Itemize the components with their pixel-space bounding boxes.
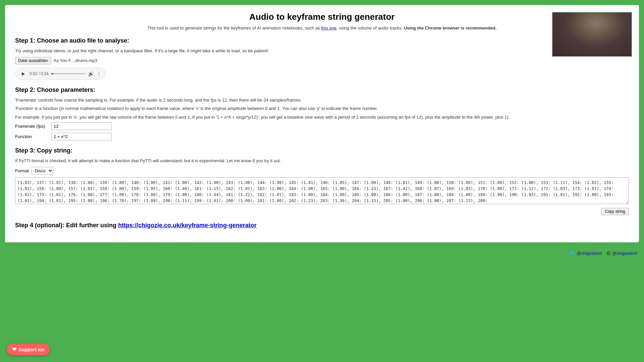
step3-header: Step 3: Copy string: xyxy=(15,147,629,154)
thumbnail-video xyxy=(552,12,632,57)
step4-header: Step 4 (optional): Edit further using ht… xyxy=(15,222,629,229)
copy-string-button[interactable]: Copy string xyxy=(601,208,629,215)
github-link[interactable]: ⚙ @chigozienri xyxy=(606,250,637,256)
intro-suffix: , using the volume of audio tracks. xyxy=(336,25,402,31)
footer: 🐦 @chigozienri ⚙ @chigozienri xyxy=(0,247,644,259)
framerate-label: Framerate (fps) xyxy=(15,124,49,129)
framerate-input[interactable] xyxy=(51,122,112,130)
twitter-icon: 🐦 xyxy=(569,250,575,256)
step2-desc3: For example, if you just put in 'x', you… xyxy=(15,114,629,121)
output-textarea[interactable]: (1.03), 137: (1.01), 138: (1.00), 139: (… xyxy=(15,177,629,204)
volume-button[interactable]: 🔊 xyxy=(88,71,94,76)
step2-desc1: 'Framerate' controls how coarse the samp… xyxy=(15,97,629,104)
function-input[interactable] xyxy=(51,133,112,140)
output-area-container: (1.03), 137: (1.01), 138: (1.00), 139: (… xyxy=(15,177,629,205)
twitter-handle: @chigozienri xyxy=(577,251,602,256)
intro-link[interactable]: this one xyxy=(321,25,336,31)
step4-prefix: Step 4 (optional): Edit further using xyxy=(15,222,116,229)
page-title: Audio to keyframe string generator xyxy=(15,12,629,22)
file-choose-row: Datei auswählen As You F....drums.mp3 xyxy=(15,57,629,64)
github-icon: ⚙ xyxy=(606,250,611,256)
intro-prefix: This tool is used to generate strings fo… xyxy=(147,25,321,31)
intro-text: This tool is used to generate strings fo… xyxy=(15,25,629,31)
copy-btn-row: Copy string xyxy=(15,208,629,215)
audio-time: 0:02 / 0:34 xyxy=(30,71,49,76)
step4-link-wrap: https://chigozie.co.uk/keyframe-string-g… xyxy=(118,222,257,229)
format-select[interactable]: Disco PyTTI xyxy=(32,167,53,175)
video-preview xyxy=(552,12,632,56)
function-row: Function xyxy=(15,133,629,140)
step3-desc: If PyTTI format is checked, it will atte… xyxy=(15,158,629,164)
twitter-link[interactable]: 🐦 @chigozienri xyxy=(569,250,602,256)
play-button[interactable] xyxy=(19,70,27,77)
step1-header: Step 1: Choose an audio file to analyse: xyxy=(15,37,629,44)
file-name-label: As You F....drums.mp3 xyxy=(54,58,97,63)
intro-strong: Using the Chrome browser is recommended. xyxy=(402,25,496,31)
audio-player: 0:02 / 0:34 🔊 ⋮ xyxy=(15,68,106,80)
audio-progress-fill xyxy=(51,73,53,74)
step2-header: Step 2: Choose parameters: xyxy=(15,86,629,94)
function-label: Function xyxy=(15,134,49,139)
step2-desc2: 'Function' is a function (in normal math… xyxy=(15,105,629,112)
file-choose-button[interactable]: Datei auswählen xyxy=(15,57,51,64)
step1-description: Try using individual stems, or just the … xyxy=(15,48,629,54)
format-row: Format Disco PyTTI xyxy=(15,167,629,175)
more-options-button[interactable]: ⋮ xyxy=(97,71,101,76)
framerate-row: Framerate (fps) xyxy=(15,122,629,130)
main-container: Audio to keyframe string generator This … xyxy=(5,5,639,242)
step4-link[interactable]: https://chigozie.co.uk/keyframe-string-g… xyxy=(118,222,257,229)
github-handle: @chigozienri xyxy=(612,251,637,256)
format-label: Format xyxy=(15,168,29,173)
audio-progress-bar[interactable] xyxy=(51,73,86,74)
